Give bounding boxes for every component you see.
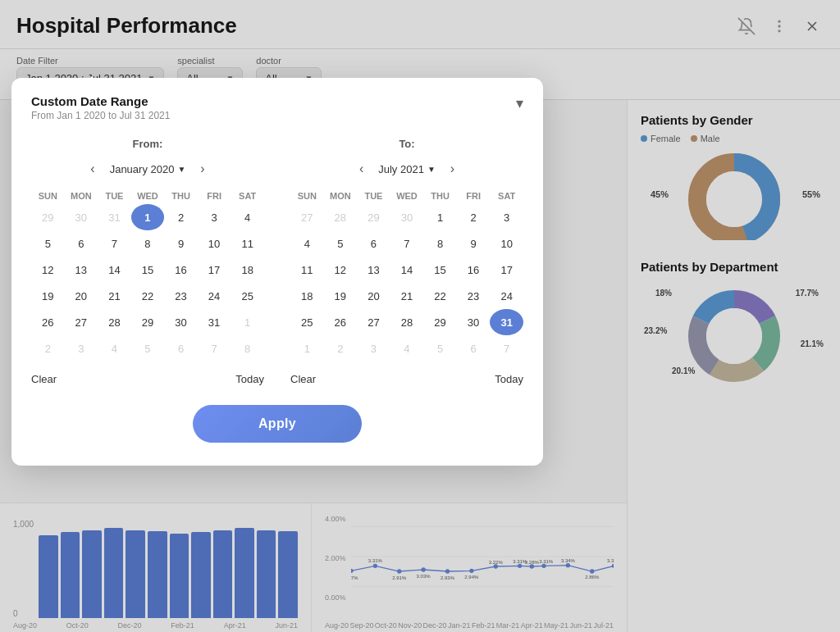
to-calendar-cell[interactable]: 6 <box>357 230 390 257</box>
to-calendar-cell[interactable]: 17 <box>490 257 523 283</box>
to-clear-btn[interactable]: Clear <box>290 373 316 385</box>
from-today-btn[interactable]: Today <box>235 373 264 385</box>
to-calendar-cell[interactable]: 28 <box>324 204 358 230</box>
to-calendar-cell[interactable]: 2 <box>324 335 358 361</box>
from-calendar-cell[interactable]: 26 <box>31 309 65 335</box>
from-calendar-cell[interactable]: 8 <box>231 335 264 361</box>
from-next-btn[interactable]: › <box>195 160 209 178</box>
to-calendar-cell[interactable]: 3 <box>490 204 523 230</box>
to-calendar-cell[interactable]: 11 <box>290 257 324 283</box>
from-calendar-cell[interactable]: 30 <box>65 204 98 230</box>
to-next-btn[interactable]: › <box>445 160 459 178</box>
to-calendar-cell[interactable]: 7 <box>390 230 424 257</box>
to-calendar-cell[interactable]: 27 <box>290 204 324 230</box>
from-calendar-cell[interactable]: 16 <box>164 257 198 283</box>
from-calendar-cell[interactable]: 6 <box>65 230 98 257</box>
from-calendar-cell[interactable]: 4 <box>231 204 264 230</box>
to-calendar-cell[interactable]: 30 <box>390 204 424 230</box>
to-calendar-cell[interactable]: 26 <box>324 309 358 335</box>
from-calendar-cell[interactable]: 7 <box>198 335 231 361</box>
to-cal-footer: Clear Today <box>290 370 523 389</box>
from-calendar-cell[interactable]: 17 <box>198 257 231 283</box>
to-calendar-cell[interactable]: 10 <box>490 230 523 257</box>
from-calendar-cell[interactable]: 15 <box>131 257 165 283</box>
to-calendar-cell[interactable]: 30 <box>457 309 491 335</box>
from-calendar-cell[interactable]: 29 <box>31 204 65 230</box>
to-calendar-cell[interactable]: 22 <box>423 283 457 309</box>
from-calendar-cell[interactable]: 6 <box>164 335 198 361</box>
from-calendar-cell[interactable]: 22 <box>131 283 165 309</box>
from-prev-btn[interactable]: ‹ <box>85 160 99 178</box>
from-calendar-cell[interactable]: 5 <box>131 335 165 361</box>
to-today-btn[interactable]: Today <box>495 373 523 385</box>
to-month-select[interactable]: July 2021 ▼ <box>378 163 436 175</box>
from-calendar-cell[interactable]: 31 <box>198 309 231 335</box>
to-calendar-cell[interactable]: 5 <box>423 335 457 361</box>
from-calendar-cell[interactable]: 2 <box>164 204 198 230</box>
to-calendar-cell[interactable]: 1 <box>290 335 324 361</box>
from-calendar-cell[interactable]: 24 <box>198 283 231 309</box>
from-calendar-cell[interactable]: 12 <box>31 257 65 283</box>
to-calendar-cell[interactable]: 19 <box>324 283 358 309</box>
from-calendar-cell[interactable]: 7 <box>98 230 131 257</box>
to-calendar-cell[interactable]: 8 <box>423 230 457 257</box>
to-calendar-cell[interactable]: 28 <box>390 309 424 335</box>
to-calendar-cell[interactable]: 21 <box>390 283 424 309</box>
from-calendar-cell[interactable]: 19 <box>31 283 65 309</box>
from-calendar-cell[interactable]: 4 <box>98 335 131 361</box>
from-calendar-cell[interactable]: 13 <box>65 257 98 283</box>
to-calendar-cell[interactable]: 29 <box>357 204 390 230</box>
from-calendar-cell[interactable]: 3 <box>65 335 98 361</box>
from-col-sat: SAT <box>231 188 264 204</box>
from-calendar-cell[interactable]: 18 <box>231 257 264 283</box>
apply-button[interactable]: Apply <box>193 405 362 443</box>
from-calendar-cell[interactable]: 5 <box>31 230 65 257</box>
from-calendar-cell[interactable]: 1 <box>131 204 165 230</box>
from-clear-btn[interactable]: Clear <box>31 373 57 385</box>
to-calendar-cell[interactable]: 5 <box>324 230 358 257</box>
from-calendar-cell[interactable]: 3 <box>198 204 231 230</box>
from-calendar-cell[interactable]: 10 <box>198 230 231 257</box>
to-calendar-cell[interactable]: 9 <box>457 230 491 257</box>
to-calendar-cell[interactable]: 16 <box>457 257 491 283</box>
to-calendar-cell[interactable]: 27 <box>357 309 390 335</box>
modal-collapse-icon[interactable]: ▾ <box>516 94 523 112</box>
to-calendar-cell[interactable]: 15 <box>423 257 457 283</box>
from-calendar-cell[interactable]: 21 <box>98 283 131 309</box>
from-calendar-cell[interactable]: 14 <box>98 257 131 283</box>
to-calendar-cell[interactable]: 2 <box>457 204 491 230</box>
from-calendar-cell[interactable]: 29 <box>131 309 165 335</box>
to-prev-btn[interactable]: ‹ <box>354 160 368 178</box>
from-calendar-cell[interactable]: 27 <box>65 309 98 335</box>
from-calendar-cell[interactable]: 30 <box>164 309 198 335</box>
from-calendar-cell[interactable]: 20 <box>65 283 98 309</box>
to-calendar-cell[interactable]: 6 <box>457 335 491 361</box>
from-calendar-cell[interactable]: 31 <box>98 204 131 230</box>
to-calendar-cell[interactable]: 14 <box>390 257 424 283</box>
to-calendar-cell[interactable]: 3 <box>357 335 390 361</box>
from-calendar-cell[interactable]: 23 <box>164 283 198 309</box>
from-calendar-cell[interactable]: 11 <box>231 230 264 257</box>
to-calendar-body: 2728293012345678910111213141516171819202… <box>290 204 523 361</box>
from-calendar-cell[interactable]: 25 <box>231 283 264 309</box>
to-calendar-cell[interactable]: 24 <box>490 283 523 309</box>
to-calendar-cell[interactable]: 7 <box>490 335 523 361</box>
from-calendar-cell[interactable]: 2 <box>31 335 65 361</box>
to-calendar-cell[interactable]: 4 <box>290 230 324 257</box>
from-calendar-cell[interactable]: 1 <box>231 309 264 335</box>
to-calendar-cell[interactable]: 4 <box>390 335 424 361</box>
from-calendar-cell[interactable]: 28 <box>98 309 131 335</box>
to-calendar-cell[interactable]: 12 <box>324 257 358 283</box>
to-calendar-cell[interactable]: 18 <box>290 283 324 309</box>
to-calendar-cell[interactable]: 31 <box>490 309 523 335</box>
to-calendar-cell[interactable]: 1 <box>423 204 457 230</box>
from-calendar-grid: SUN MON TUE WED THU FRI SAT 293031123456… <box>31 188 264 361</box>
to-calendar-cell[interactable]: 20 <box>357 283 390 309</box>
from-calendar-cell[interactable]: 8 <box>131 230 165 257</box>
to-calendar-cell[interactable]: 25 <box>290 309 324 335</box>
to-calendar-cell[interactable]: 29 <box>423 309 457 335</box>
from-calendar-cell[interactable]: 9 <box>164 230 198 257</box>
from-month-select[interactable]: January 2020 ▼ <box>110 163 186 175</box>
to-calendar-cell[interactable]: 23 <box>457 283 491 309</box>
to-calendar-cell[interactable]: 13 <box>357 257 390 283</box>
